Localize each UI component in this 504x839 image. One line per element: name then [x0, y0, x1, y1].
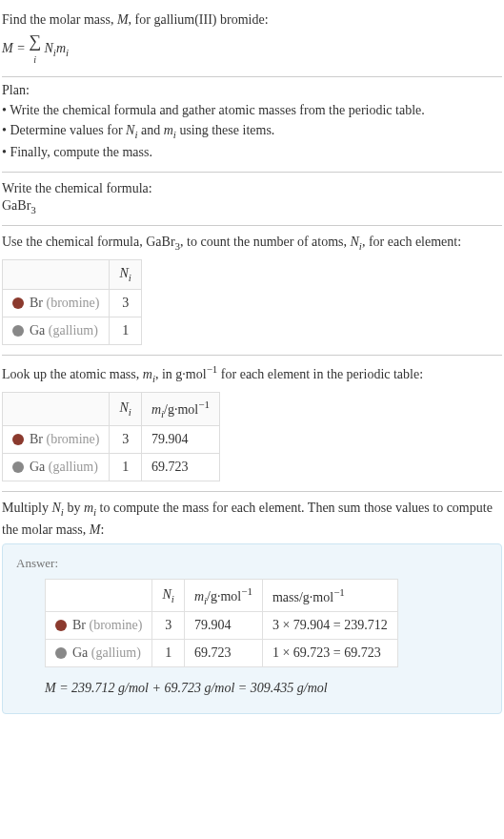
header-mi: mi/g·mol−1 — [141, 393, 219, 425]
swatch-icon — [55, 647, 67, 659]
answer-table: Ni mi/g·mol−1 mass/g·mol−1 Br (bromine) … — [45, 579, 398, 667]
header-empty — [3, 260, 110, 290]
mi-cell: 69.723 — [184, 640, 262, 667]
element-cell: Br (bromine) — [3, 425, 110, 453]
plan-item: • Write the chemical formula and gather … — [2, 100, 502, 120]
table-row: Br (bromine) 3 79.904 — [3, 425, 220, 453]
intro-section: Find the molar mass, M, for gallium(III)… — [2, 4, 502, 77]
plan-item: • Determine values for Ni and mi using t… — [2, 120, 502, 142]
step2-table: Ni Br (bromine) 3 Ga (gallium) 1 — [2, 259, 142, 345]
step3-text: Look up the atomic mass, mi, in g·mol−1 … — [2, 361, 502, 386]
element-cell: Ga (gallium) — [3, 317, 110, 345]
mi-cell: 79.904 — [184, 612, 262, 640]
element-cell: Br (bromine) — [3, 290, 110, 317]
element-cell: Ga (gallium) — [46, 640, 152, 667]
step1-text: Write the chemical formula: — [2, 178, 502, 198]
table-header-row: Ni mi/g·mol−1 mass/g·mol−1 — [46, 579, 398, 611]
ni-cell: 3 — [152, 612, 184, 640]
swatch-icon — [12, 461, 24, 473]
final-answer: M = 239.712 g/mol + 69.723 g/mol = 309.4… — [45, 681, 488, 696]
mi-cell: 69.723 — [141, 453, 219, 481]
table-header-row: Ni — [3, 260, 142, 290]
ni-cell: 1 — [152, 640, 184, 667]
table-row: Ga (gallium) 1 69.723 1 × 69.723 = 69.72… — [46, 640, 398, 667]
swatch-icon — [12, 434, 24, 445]
table-header-row: Ni mi/g·mol−1 — [3, 393, 220, 425]
step4-text: Multiply Ni by mi to compute the mass fo… — [2, 498, 502, 540]
step1-section: Write the chemical formula: GaBr3 — [2, 173, 502, 226]
intro-line: Find the molar mass, M, for gallium(III)… — [2, 10, 502, 30]
swatch-icon — [12, 325, 24, 337]
step2-section: Use the chemical formula, GaBr3, to coun… — [2, 226, 502, 356]
answer-box: Answer: Ni mi/g·mol−1 mass/g·mol−1 Br (b… — [2, 543, 502, 714]
answer-title: Answer: — [16, 556, 488, 571]
header-empty — [46, 579, 152, 611]
table-row: Br (bromine) 3 79.904 3 × 79.904 = 239.7… — [46, 612, 398, 640]
step1-formula: GaBr3 — [2, 198, 502, 215]
plan-item: • Finally, compute the mass. — [2, 142, 502, 162]
plan-title: Plan: — [2, 83, 502, 98]
element-cell: Br (bromine) — [46, 612, 152, 640]
header-mass: mass/g·mol−1 — [262, 579, 397, 611]
ni-cell: 3 — [110, 425, 141, 453]
swatch-icon — [12, 297, 24, 309]
header-ni: Ni — [110, 260, 141, 290]
ni-cell: 3 — [110, 290, 141, 317]
ni-cell: 1 — [110, 317, 141, 345]
header-ni: Ni — [110, 393, 141, 425]
header-empty — [3, 393, 110, 425]
mass-cell: 1 × 69.723 = 69.723 — [262, 640, 397, 667]
mi-cell: 79.904 — [141, 425, 219, 453]
element-cell: Ga (gallium) — [3, 453, 110, 481]
step2-text: Use the chemical formula, GaBr3, to coun… — [2, 232, 502, 254]
plan-section: Plan: • Write the chemical formula and g… — [2, 77, 502, 173]
swatch-icon — [55, 620, 67, 631]
step4-section: Multiply Ni by mi to compute the mass fo… — [2, 492, 502, 725]
ni-cell: 1 — [110, 453, 141, 481]
intro-formula: M = ∑i Nimi — [2, 31, 502, 67]
table-row: Ga (gallium) 1 69.723 — [3, 453, 220, 481]
table-row: Ga (gallium) 1 — [3, 317, 142, 345]
step3-table: Ni mi/g·mol−1 Br (bromine) 3 79.904 Ga (… — [2, 392, 220, 481]
mass-cell: 3 × 79.904 = 239.712 — [262, 612, 397, 640]
header-ni: Ni — [152, 579, 184, 611]
header-mi: mi/g·mol−1 — [184, 579, 262, 611]
table-row: Br (bromine) 3 — [3, 290, 142, 317]
plan-list: • Write the chemical formula and gather … — [2, 100, 502, 162]
step3-section: Look up the atomic mass, mi, in g·mol−1 … — [2, 356, 502, 491]
